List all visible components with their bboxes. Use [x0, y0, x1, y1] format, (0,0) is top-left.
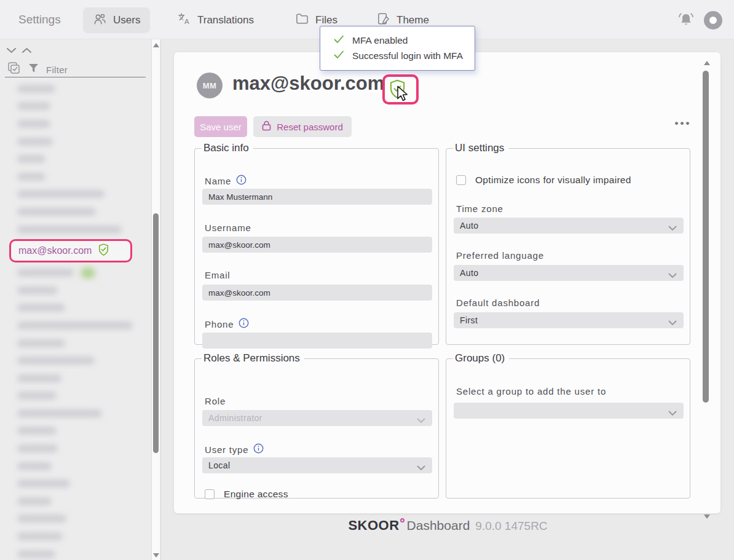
list-item-redacted[interactable] — [0, 115, 150, 133]
page-title[interactable]: Settings — [18, 13, 61, 26]
list-item-redacted[interactable] — [0, 150, 150, 168]
redacted-text — [17, 155, 45, 163]
list-item-redacted[interactable] — [0, 527, 150, 545]
redacted-text — [17, 120, 50, 128]
default-dashboard-select[interactable]: First — [454, 312, 684, 328]
notifications-bell-icon[interactable] — [677, 11, 695, 30]
list-item-redacted[interactable] — [0, 221, 150, 239]
name-field[interactable] — [202, 189, 432, 205]
list-item-redacted[interactable] — [0, 422, 150, 440]
list-item-redacted[interactable] — [0, 457, 150, 475]
checkbox[interactable] — [456, 175, 466, 185]
engine-access-checkbox-row[interactable]: Engine access — [205, 489, 288, 500]
sidebar-user-label: max@skoor.com — [18, 245, 92, 256]
list-item-redacted[interactable] — [0, 299, 150, 317]
timezone-select[interactable]: Auto — [454, 218, 684, 234]
redacted-text — [17, 85, 55, 93]
info-icon[interactable] — [236, 175, 247, 187]
timezone-label: Time zone — [456, 203, 503, 214]
group-select[interactable] — [454, 403, 684, 419]
more-options-button[interactable]: ••• — [673, 117, 693, 132]
chevron-up-icon[interactable] — [22, 45, 32, 57]
list-item-redacted[interactable] — [0, 352, 150, 369]
list-item-redacted[interactable] — [0, 369, 150, 387]
username-field[interactable] — [202, 237, 432, 253]
list-item-selected[interactable]: max@skoor.com — [0, 238, 150, 264]
usertype-select[interactable]: Local — [202, 457, 432, 473]
optimize-icons-checkbox-row[interactable]: Optimize icons for visually impaired — [456, 175, 631, 186]
mfa-tooltip: MFA enabled Successful login with MFA — [320, 26, 475, 71]
list-item-redacted[interactable] — [0, 264, 150, 282]
info-icon[interactable] — [239, 318, 249, 330]
tab-label: Users — [113, 14, 140, 26]
list-item-redacted[interactable] — [0, 545, 150, 560]
redacted-text — [17, 357, 95, 365]
chevron-down-icon[interactable] — [6, 45, 17, 57]
email-label: Email — [205, 270, 231, 280]
users-icon — [93, 12, 107, 29]
filter-icon[interactable] — [28, 63, 39, 76]
checkbox[interactable] — [205, 489, 215, 499]
language-label: Preferred language — [456, 250, 544, 261]
name-label: Name — [205, 175, 247, 187]
language-select[interactable]: Auto — [454, 265, 684, 281]
redacted-text — [17, 226, 122, 234]
sidebar-scrollbar[interactable] — [151, 39, 160, 560]
info-icon[interactable] — [253, 443, 264, 455]
user-title: max@skoor.com — [232, 73, 384, 95]
list-item-redacted[interactable] — [0, 98, 150, 116]
lock-icon — [262, 120, 271, 133]
list-item-redacted[interactable] — [0, 80, 150, 98]
list-item-redacted[interactable] — [0, 203, 150, 221]
redacted-text — [17, 138, 53, 146]
scroll-up-arrow[interactable] — [704, 61, 710, 65]
reset-password-button[interactable]: Reset password — [253, 116, 352, 137]
scrollbar-thumb[interactable] — [703, 71, 709, 403]
chevron-down-icon — [668, 408, 677, 418]
tab-users[interactable]: Users — [83, 7, 150, 33]
tab-label: Translations — [197, 14, 254, 26]
list-item-redacted[interactable] — [0, 133, 150, 151]
list-item-redacted[interactable] — [0, 168, 150, 186]
redacted-text — [17, 321, 133, 329]
list-item-redacted[interactable] — [0, 440, 150, 457]
user-avatar[interactable] — [704, 11, 722, 30]
list-item-redacted[interactable] — [0, 186, 150, 203]
redacted-text — [17, 269, 74, 277]
redacted-text — [17, 339, 65, 347]
role-select: Administrator — [202, 410, 432, 426]
checkbox-label: Engine access — [224, 489, 288, 500]
scroll-up-arrow[interactable] — [153, 43, 159, 47]
avatar: MM — [197, 73, 223, 98]
phone-field[interactable] — [202, 333, 432, 349]
scrollbar-thumb[interactable] — [153, 213, 159, 453]
redacted-text — [17, 409, 102, 417]
chevron-down-icon — [668, 270, 677, 280]
chevron-down-icon — [668, 223, 677, 233]
save-user-button[interactable]: Save user — [194, 116, 247, 137]
tab-translations[interactable]: A Translations — [167, 7, 264, 33]
tooltip-row: Successful login with MFA — [334, 50, 475, 61]
app-window: Settings Users A Tra — [0, 0, 734, 560]
redacted-text — [17, 286, 58, 294]
list-item-redacted[interactable] — [0, 334, 150, 352]
redacted-text — [17, 497, 52, 505]
filter-label: Filter — [46, 65, 68, 75]
email-field[interactable] — [202, 285, 432, 301]
list-item-redacted[interactable] — [0, 404, 150, 422]
list-item-redacted[interactable] — [0, 282, 150, 299]
list-item-redacted[interactable] — [0, 475, 150, 492]
phone-label: Phone — [205, 318, 249, 330]
chevron-down-icon — [668, 318, 677, 328]
select-all-icon[interactable] — [7, 61, 21, 77]
list-item-redacted[interactable] — [0, 317, 150, 334]
footer: SKOORDashboard9.0.0 1475RC — [162, 518, 734, 534]
scroll-down-arrow[interactable] — [153, 553, 159, 558]
list-item-redacted[interactable] — [0, 492, 150, 510]
list-item-redacted[interactable] — [0, 387, 150, 405]
brand-logo: SKOOR — [348, 518, 399, 533]
redacted-text — [17, 427, 57, 435]
product-name: Dashboard — [407, 518, 470, 532]
sidebar-filter-bar: Filter — [7, 61, 68, 77]
list-item-redacted[interactable] — [0, 510, 150, 528]
